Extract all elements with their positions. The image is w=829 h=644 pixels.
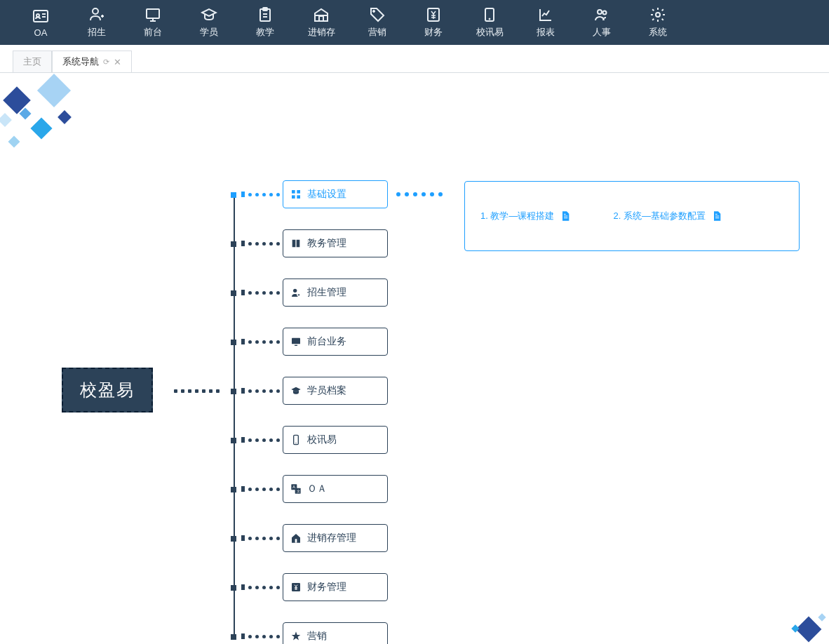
nav-hr[interactable]: 人事 — [574, 6, 630, 39]
translate-icon: A文 — [290, 483, 302, 495]
category-label: 营销 — [307, 630, 327, 643]
category-book[interactable]: 教务管理 — [283, 229, 388, 257]
category-monitor-sm[interactable]: 前台业务 — [283, 328, 388, 356]
nav-label: 营销 — [368, 26, 386, 39]
branch-connector — [241, 535, 280, 541]
svg-text:文: 文 — [297, 489, 300, 493]
decoration-bottom-right — [773, 602, 829, 644]
category-label: 学员档案 — [307, 384, 346, 397]
trunk-marker — [231, 241, 236, 247]
trunk-marker — [231, 340, 236, 345]
chart-icon — [537, 6, 554, 23]
grid-icon — [290, 189, 302, 200]
nav-label: 进销存 — [308, 26, 335, 39]
root-node[interactable]: 校盈易 — [62, 368, 153, 412]
yen-sm-icon — [290, 582, 302, 593]
tab-home[interactable]: 主页 — [13, 51, 52, 72]
trunk-marker — [231, 438, 236, 443]
gear-icon — [649, 6, 666, 23]
branch-connector — [241, 584, 280, 590]
category-yen-sm[interactable]: 财务管理 — [283, 573, 388, 601]
branch-connector — [241, 192, 280, 197]
detail-link-course[interactable]: 1. 教学—课程搭建 — [480, 194, 571, 238]
svg-rect-24 — [297, 190, 300, 194]
svg-point-16 — [373, 11, 375, 13]
book-icon — [290, 238, 302, 249]
trunk-marker — [231, 585, 236, 591]
nav-marketing[interactable]: 营销 — [349, 6, 405, 39]
nav-label: 校讯易 — [476, 26, 504, 39]
svg-rect-14 — [319, 16, 323, 21]
nav-label: 报表 — [537, 26, 555, 39]
branch-connector — [241, 241, 280, 246]
svg-rect-25 — [292, 195, 295, 199]
category-grid[interactable]: 基础设置 — [283, 180, 388, 208]
nav-student[interactable]: 学员 — [181, 6, 237, 39]
home-icon — [290, 532, 302, 544]
nav-label: 学员 — [200, 26, 218, 39]
category-label: 教务管理 — [307, 237, 346, 250]
category-home[interactable]: 进销存管理 — [283, 524, 388, 552]
category-graduation-sm[interactable]: 学员档案 — [283, 377, 388, 405]
tab-system-nav[interactable]: 系统导航 ⟳ ✕ — [52, 51, 132, 72]
person-plus-icon — [290, 287, 302, 298]
category-label: 校讯易 — [307, 434, 337, 446]
navigation-canvas: 校盈易 1. 教学—课程搭建 2. 系统—基础参数配置 基础设置教务管理招生管理… — [0, 73, 829, 644]
root-label: 校盈易 — [80, 380, 135, 399]
svg-rect-37 — [295, 539, 297, 542]
mobile-icon — [290, 434, 302, 445]
monitor-sm-icon — [290, 336, 302, 347]
branch-connector — [241, 633, 280, 639]
nav-enrollment[interactable]: 招生 — [69, 6, 125, 39]
trunk-marker — [231, 389, 236, 394]
svg-point-4 — [93, 8, 98, 14]
branch-connector — [241, 437, 280, 443]
tab-bar: 主页 系统导航 ⟳ ✕ — [0, 45, 829, 73]
svg-point-19 — [489, 18, 490, 20]
nav-finance[interactable]: 财务 — [405, 6, 461, 39]
svg-point-22 — [656, 13, 660, 17]
trunk-marker — [231, 290, 236, 296]
nav-system[interactable]: 系统 — [630, 6, 686, 39]
category-label: 前台业务 — [307, 335, 346, 348]
tab-label: 主页 — [23, 55, 41, 68]
trunk-marker — [231, 487, 236, 492]
category-mobile[interactable]: 校讯易 — [283, 426, 388, 454]
refresh-icon[interactable]: ⟳ — [103, 58, 109, 67]
category-label: 基础设置 — [307, 188, 346, 201]
people-icon — [593, 6, 610, 23]
clipboard-icon — [257, 6, 274, 23]
detail-connector — [396, 192, 443, 196]
detail-link-params[interactable]: 2. 系统—基础参数配置 — [613, 194, 722, 238]
graduation-sm-icon — [290, 385, 302, 396]
tab-label: 系统导航 — [62, 55, 99, 68]
decoration-top-left — [0, 73, 98, 171]
graduation-icon — [201, 6, 217, 23]
nav-inventory[interactable]: 进销存 — [293, 6, 349, 39]
branch-connector — [241, 290, 280, 295]
nav-reports[interactable]: 报表 — [518, 6, 574, 39]
nav-label: 人事 — [593, 26, 611, 39]
category-label: 财务管理 — [307, 581, 346, 593]
nav-label: 前台 — [144, 26, 162, 39]
nav-label: 教学 — [256, 26, 274, 39]
category-star[interactable]: 营销 — [283, 622, 388, 644]
nav-oa[interactable]: OA — [13, 8, 69, 38]
category-translate[interactable]: A文ＯＡ — [283, 475, 388, 503]
root-connector — [174, 389, 234, 393]
nav-frontdesk[interactable]: 前台 — [125, 6, 181, 39]
document-icon — [560, 210, 571, 222]
monitor-icon — [144, 6, 161, 23]
trunk-marker — [231, 536, 236, 542]
svg-point-27 — [293, 289, 297, 293]
category-person-plus[interactable]: 招生管理 — [283, 279, 388, 307]
nav-label: OA — [34, 27, 48, 38]
svg-point-32 — [295, 443, 296, 443]
svg-point-1 — [36, 14, 39, 17]
category-label: ＯＡ — [307, 483, 327, 495]
nav-schoolmsg[interactable]: 校讯易 — [461, 6, 518, 39]
id-card-icon — [32, 8, 49, 25]
nav-teaching[interactable]: 教学 — [237, 6, 293, 39]
svg-rect-7 — [147, 9, 159, 18]
close-icon[interactable]: ✕ — [114, 57, 121, 67]
